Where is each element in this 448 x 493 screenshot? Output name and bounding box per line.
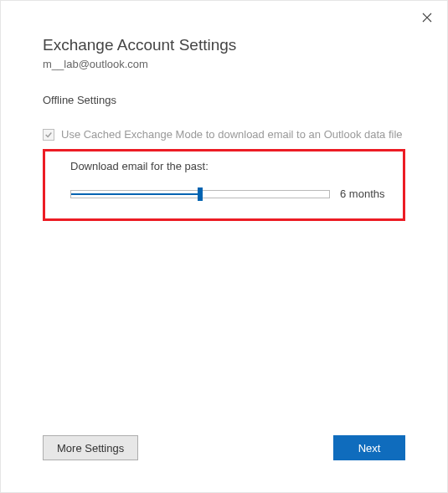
dialog-footer: More Settings Next (43, 435, 405, 460)
account-email: m__lab@outlook.com (43, 58, 405, 70)
download-period-label: Download email for the past: (70, 160, 388, 172)
offline-settings-label: Offline Settings (43, 94, 405, 106)
slider-row: 6 months (70, 187, 388, 200)
slider-fill (71, 193, 200, 195)
slider-thumb[interactable] (198, 187, 203, 201)
highlight-box: Download email for the past: 6 months (43, 149, 405, 221)
checkmark-icon (44, 131, 53, 139)
cached-mode-row: Use Cached Exchange Mode to download ema… (43, 128, 405, 141)
cached-mode-checkbox[interactable] (43, 129, 54, 141)
cached-mode-label: Use Cached Exchange Mode to download ema… (61, 128, 403, 141)
dialog-title: Exchange Account Settings (43, 36, 405, 54)
close-icon (422, 13, 432, 23)
download-period-value: 6 months (340, 187, 384, 200)
next-button[interactable]: Next (333, 435, 405, 460)
more-settings-button[interactable]: More Settings (43, 435, 138, 460)
exchange-settings-dialog: Exchange Account Settings m__lab@outlook… (0, 0, 448, 493)
dialog-content: Exchange Account Settings m__lab@outlook… (1, 1, 447, 221)
close-button[interactable] (419, 9, 435, 26)
download-period-slider[interactable] (70, 190, 330, 198)
